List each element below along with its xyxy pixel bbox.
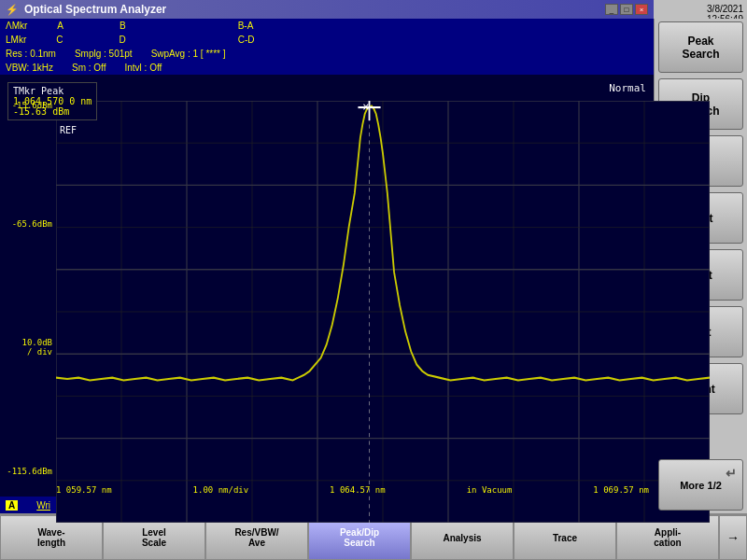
graph-container: -15.6dBm -65.6dBm 10.0dB/ div -115.6dBm	[0, 75, 654, 497]
arrow-icon: →	[726, 530, 740, 545]
maximize-button[interactable]: □	[620, 4, 633, 15]
x-label-3: 1 064.57 nm	[330, 485, 386, 495]
x-label-5: 1 069.57 nm	[593, 485, 649, 495]
peak-search-button[interactable]: Peak Search	[658, 21, 743, 73]
normal-label: Normal	[609, 82, 646, 94]
amkr-value: A	[57, 21, 63, 31]
y-label-mid: -65.6dBm	[2, 219, 56, 229]
bmkr-value: B	[120, 21, 126, 31]
toolbar-arrow-button[interactable]: →	[719, 515, 747, 560]
x-label-2: 1.00 nm/div	[193, 485, 249, 495]
app-title: Optical Spectrum Analyzer	[24, 3, 166, 16]
settings-bar: Res : 0.1nm Smplg : 501pt SwpAvg : 1 [ *…	[0, 47, 654, 61]
y-label-top: -15.6dBm	[2, 101, 56, 110]
status-a: A	[6, 500, 18, 511]
swpavg-label: SwpAvg : 1 [ **** ]	[151, 49, 226, 59]
status-wri: Wri	[36, 500, 50, 511]
close-button[interactable]: ×	[635, 4, 648, 15]
smplg-label: Smplg : 501pt	[75, 49, 133, 59]
x-label-4: in Vacuum	[467, 485, 513, 495]
svg-text:×: ×	[362, 101, 369, 115]
title-bar: ⚡ Optical Spectrum Analyzer _ □ ×	[0, 0, 654, 19]
sm-label: Sm : Off	[72, 63, 106, 73]
y-label-div: 10.0dB/ div	[2, 338, 56, 358]
lmkr-d: D	[119, 35, 125, 45]
settings-bar-2: VBW: 1kHz Sm : Off Intvl : Off	[0, 61, 654, 75]
more-arrow-icon: ↵	[726, 466, 737, 481]
spectrum-graph: ×	[56, 101, 710, 523]
y-label-bot: -115.6dBm	[2, 467, 56, 476]
date-label: 3/8/2021	[707, 4, 743, 14]
marker-header-2: LMkr C D C-D	[0, 33, 654, 47]
lmkr-cd: C-D	[238, 35, 255, 45]
minimize-button[interactable]: _	[605, 4, 618, 15]
amkr-label: ΛMkr	[6, 21, 27, 31]
tmkr-label: TMkr Peak	[13, 86, 92, 96]
res-label: Res : 0.1nm	[6, 49, 56, 59]
marker-header: ΛMkr A B B-A	[0, 19, 654, 33]
lmkr-c: C	[56, 35, 63, 45]
lmkr-label: LMkr	[6, 35, 26, 45]
more-button[interactable]: ↵ More 1/2	[658, 459, 743, 511]
vbw-label: VBW: 1kHz	[6, 63, 53, 73]
app-icon: ⚡	[6, 4, 19, 16]
x-label-1: 1 059.57 nm	[56, 485, 112, 495]
intvl-label: Intvl : Off	[124, 63, 162, 73]
ref-label: REF	[60, 125, 77, 135]
bamkr-value: B-A	[238, 21, 254, 31]
